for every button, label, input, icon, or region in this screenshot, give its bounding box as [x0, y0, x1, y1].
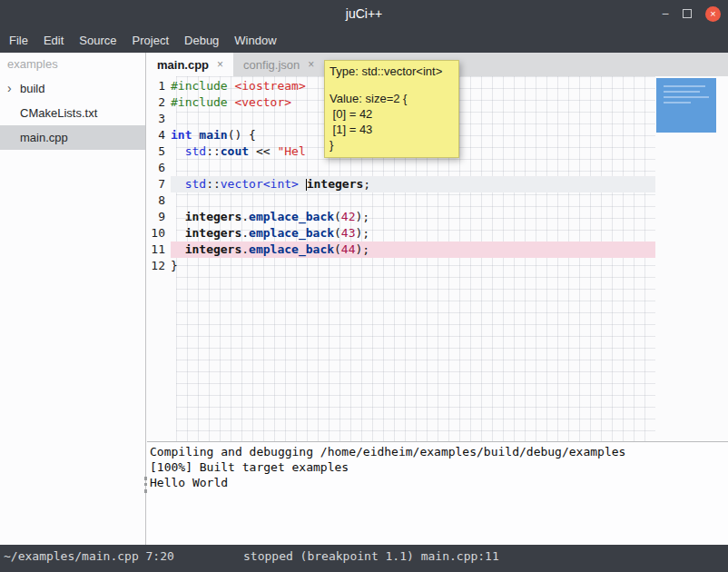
- code-token: 44: [341, 242, 356, 256]
- tree-item-label: build: [20, 82, 44, 95]
- tab-config-json[interactable]: config.json×: [233, 53, 324, 76]
- code-token: );: [356, 226, 370, 240]
- code-token: integers: [185, 210, 242, 223]
- code-token: }: [171, 259, 178, 272]
- debug-value-tooltip: Type: std::vector<int> Value: size=2 { […: [324, 60, 459, 158]
- menu-item-window[interactable]: Window: [234, 34, 276, 47]
- splitter-handle[interactable]: [144, 477, 147, 493]
- code-token: cout: [221, 144, 249, 158]
- code-line: 6: [147, 160, 655, 176]
- code-token: std: [185, 144, 206, 158]
- terminal-line: Compiling and debugging /home/eidheim/ex…: [150, 444, 725, 459]
- sidebar-item-cmakelists-txt[interactable]: CMakeLists.txt: [0, 101, 145, 125]
- menu-item-file[interactable]: File: [9, 34, 28, 47]
- code-token: "Hel: [277, 144, 305, 158]
- code-line: 11 integers.emplace_back(44);: [147, 242, 655, 258]
- terminal-line: [100%] Built target examples: [150, 459, 725, 475]
- line-number[interactable]: 11: [147, 242, 171, 258]
- code-token: [171, 226, 185, 240]
- code-token: );: [356, 242, 370, 256]
- source-minimap[interactable]: [655, 76, 728, 441]
- menu-item-source[interactable]: Source: [79, 34, 116, 47]
- code-token: emplace_back: [249, 226, 334, 240]
- code-token: ;: [363, 177, 370, 191]
- sidebar-item-build[interactable]: ›build: [0, 76, 145, 101]
- tab-label: config.json: [243, 58, 300, 72]
- window-controls: − ×: [662, 0, 721, 27]
- line-number[interactable]: 5: [147, 143, 171, 160]
- window-title: juCi++: [0, 0, 728, 27]
- sidebar: examples ›buildCMakeLists.txtmain.cpp: [0, 53, 146, 545]
- menu-item-debug[interactable]: Debug: [184, 34, 219, 47]
- code-token: integers: [185, 226, 242, 240]
- close-icon[interactable]: ×: [308, 58, 314, 71]
- code-token: 43: [341, 226, 356, 240]
- tooltip-line: }: [330, 137, 454, 153]
- code-line: 10 integers.emplace_back(43);: [147, 225, 655, 242]
- tab-main-cpp[interactable]: main.cpp×: [147, 53, 233, 76]
- line-number[interactable]: 1: [147, 78, 171, 94]
- code-token: [299, 177, 306, 191]
- tooltip-line: [0] = 42: [330, 106, 454, 122]
- line-number[interactable]: 2: [147, 94, 171, 111]
- minimap-code-mark: [664, 96, 709, 98]
- code-token: <vector>: [234, 95, 291, 109]
- status-bar: ~/examples/main.cpp 7:20 stopped (breakp…: [0, 545, 728, 572]
- restore-icon[interactable]: [683, 9, 692, 18]
- tooltip-type-label: Type: std::vector<int>: [325, 61, 458, 80]
- app-window: juCi++ − × FileEditSourceProjectDebugWin…: [0, 0, 728, 572]
- tree-item-label: CMakeLists.txt: [20, 106, 97, 120]
- title-bar: juCi++ − ×: [0, 0, 728, 27]
- code-token: main: [199, 128, 227, 142]
- close-icon[interactable]: ×: [217, 58, 223, 71]
- menu-item-edit[interactable]: Edit: [44, 34, 64, 47]
- code-token: .: [241, 210, 249, 223]
- close-icon[interactable]: ×: [705, 6, 721, 22]
- code-token: (: [334, 242, 341, 256]
- line-content[interactable]: integers.emplace_back(42);: [171, 209, 655, 225]
- line-content[interactable]: integers.emplace_back(44);: [171, 242, 655, 258]
- code-token: (: [334, 210, 341, 223]
- terminal-output[interactable]: Compiling and debugging /home/eidheim/ex…: [147, 441, 728, 545]
- code-token: [171, 177, 185, 191]
- line-number[interactable]: 12: [147, 258, 171, 274]
- line-number[interactable]: 8: [147, 192, 171, 209]
- code-token: );: [356, 210, 370, 223]
- tooltip-line: [1] = 43: [330, 122, 454, 137]
- project-folder-label: examples: [0, 53, 145, 76]
- code-token: <iostream>: [234, 79, 305, 93]
- code-token: () {: [228, 128, 256, 142]
- line-number[interactable]: 9: [147, 209, 171, 225]
- sidebar-item-main-cpp[interactable]: main.cpp: [0, 125, 145, 150]
- line-content[interactable]: }: [171, 258, 655, 274]
- line-content[interactable]: [171, 160, 655, 176]
- file-tree: ›buildCMakeLists.txtmain.cpp: [0, 76, 145, 150]
- code-token: <<: [249, 144, 277, 158]
- line-number[interactable]: 7: [147, 176, 171, 192]
- line-content[interactable]: [171, 192, 655, 209]
- code-line: 8: [147, 192, 655, 209]
- line-content[interactable]: integers.emplace_back(43);: [171, 225, 655, 242]
- tab-label: main.cpp: [157, 58, 209, 72]
- minimap-visible-region[interactable]: [656, 78, 716, 133]
- menu-item-project[interactable]: Project: [133, 34, 169, 47]
- code-token: ::: [206, 177, 221, 191]
- tooltip-body: Value: size=2 { [0] = 42 [1] = 43}: [325, 80, 458, 157]
- line-number[interactable]: 4: [147, 127, 171, 143]
- minimize-icon[interactable]: −: [662, 0, 669, 27]
- line-number[interactable]: 10: [147, 225, 171, 242]
- code-token: integers: [185, 242, 242, 256]
- chevron-right-icon: ›: [7, 76, 12, 101]
- code-token: int: [171, 128, 192, 142]
- code-token: #include: [171, 95, 228, 109]
- line-number[interactable]: 6: [147, 160, 171, 176]
- line-content[interactable]: std::vector<int> integers;: [171, 176, 655, 192]
- line-number[interactable]: 3: [147, 111, 171, 127]
- code-token: .: [241, 242, 249, 256]
- status-file-position: ~/examples/main.cpp 7:20: [4, 545, 174, 568]
- code-line: 9 integers.emplace_back(42);: [147, 209, 655, 225]
- menu-bar: FileEditSourceProjectDebugWindow: [0, 27, 728, 53]
- code-token: [171, 210, 185, 223]
- tooltip-line: Value: size=2 {: [330, 91, 454, 106]
- status-debug-state: stopped (breakpoint 1.1) main.cpp:11: [243, 545, 499, 568]
